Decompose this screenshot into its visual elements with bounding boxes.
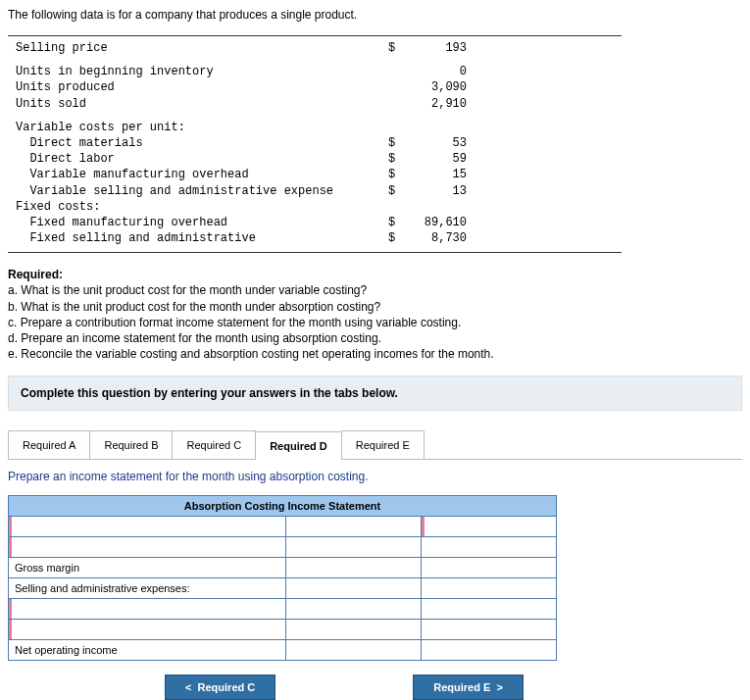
row-beg-inv: Units in beginning inventory 0 (16, 64, 614, 79)
required-d: d. Prepare an income statement for the m… (8, 330, 742, 346)
input-cell[interactable] (286, 517, 422, 537)
next-label: Required E (433, 681, 490, 693)
sae-label: Selling and administrative expenses: (9, 578, 286, 599)
input-cell[interactable] (286, 640, 422, 661)
row-selling-price: Selling price $ 193 (16, 40, 614, 56)
input-cell[interactable] (422, 640, 557, 661)
input-cell[interactable] (9, 537, 286, 558)
row-vmo: Variable manufacturing overhead $ 15 (16, 167, 614, 182)
required-a: a. What is the unit product cost for the… (8, 282, 742, 298)
ac-header: Absorption Costing Income Statement (9, 496, 557, 517)
instruction-bar: Complete this question by entering your … (8, 375, 742, 411)
tab-required-c[interactable]: Required C (172, 430, 256, 459)
tab-required-a[interactable]: Required A (8, 430, 90, 459)
chevron-right-icon: > (496, 681, 502, 693)
next-button[interactable]: Required E > (413, 675, 524, 700)
intro-text: The following data is for a company that… (8, 8, 742, 22)
input-cell[interactable] (422, 578, 557, 599)
tab-required-d[interactable]: Required D (255, 431, 342, 460)
input-cell[interactable] (422, 599, 557, 620)
input-cell[interactable] (422, 558, 557, 578)
input-cell[interactable] (9, 599, 286, 620)
tab-bar: Required A Required B Required C Require… (8, 430, 742, 460)
input-cell[interactable] (422, 517, 557, 537)
row-produced: Units produced 3,090 (16, 79, 614, 95)
required-block: Required: a. What is the unit product co… (8, 267, 742, 362)
chevron-left-icon: < (185, 681, 191, 693)
input-cell[interactable] (286, 558, 422, 578)
gross-margin-label: Gross margin (9, 558, 286, 578)
required-e: e. Reconcile the variable costing and ab… (8, 346, 742, 362)
required-c: c. Prepare a contribution format income … (8, 315, 742, 330)
table-row-sae: Selling and administrative expenses: (9, 578, 557, 599)
noi-label: Net operating income (9, 640, 286, 661)
row-fsa: Fixed selling and administrative $ 8,730 (16, 230, 614, 246)
required-b: b. What is the unit product cost for the… (8, 299, 742, 315)
table-row (9, 599, 557, 620)
tab-instruction: Prepare an income statement for the mont… (8, 470, 742, 483)
row-var-header: Variable costs per unit: (16, 120, 614, 135)
input-cell[interactable] (422, 620, 557, 640)
row-dm: Direct materials $ 53 (16, 135, 614, 151)
tab-required-e[interactable]: Required E (341, 430, 425, 459)
row-fmo: Fixed manufacturing overhead $ 89,610 (16, 215, 614, 230)
input-cell[interactable] (286, 599, 422, 620)
input-cell[interactable] (9, 517, 286, 537)
table-row-gross-margin: Gross margin (9, 558, 557, 578)
input-cell[interactable] (286, 578, 422, 599)
tab-required-b[interactable]: Required B (89, 430, 173, 459)
nav-button-row: < Required C Required E > (165, 675, 742, 700)
row-fixed-header: Fixed costs: (16, 199, 614, 215)
row-vsa: Variable selling and administrative expe… (16, 183, 614, 199)
row-sold: Units sold 2,910 (16, 96, 614, 112)
input-cell[interactable] (9, 620, 286, 640)
absorption-costing-table: Absorption Costing Income Statement Gros… (8, 495, 557, 661)
cost-data-table: Selling price $ 193 Units in beginning i… (8, 35, 622, 253)
table-row (9, 517, 557, 537)
prev-button[interactable]: < Required C (165, 675, 275, 700)
input-cell[interactable] (286, 537, 422, 558)
table-row-noi: Net operating income (9, 640, 557, 661)
prev-label: Required C (198, 681, 256, 693)
row-dl: Direct labor $ 59 (16, 151, 614, 167)
table-row (9, 537, 557, 558)
table-row (9, 620, 557, 640)
input-cell[interactable] (286, 620, 422, 640)
required-title: Required: (8, 267, 742, 282)
input-cell[interactable] (422, 537, 557, 558)
